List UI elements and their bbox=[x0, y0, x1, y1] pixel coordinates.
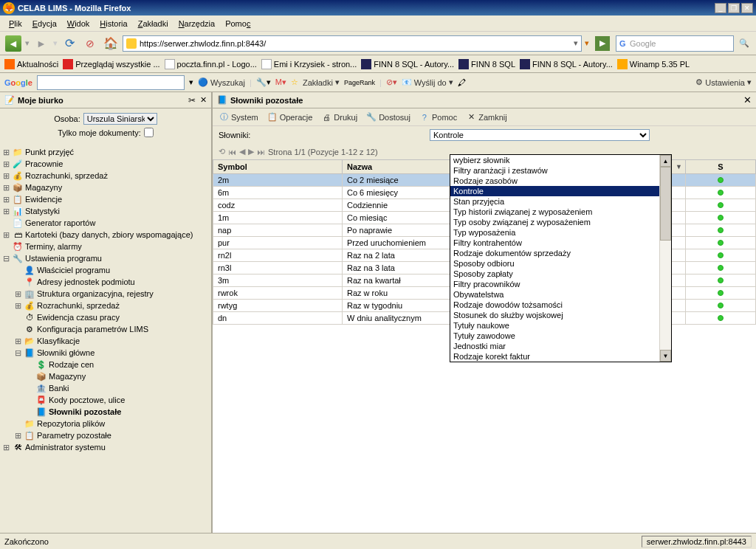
dropdown-item[interactable]: Sposoby odbioru bbox=[450, 258, 659, 269]
bookmark-winamp[interactable]: Winamp 5.35 PL bbox=[617, 59, 690, 69]
bookmark-finn1[interactable]: FINN 8 SQL - Autory... bbox=[361, 59, 454, 69]
stop-button[interactable]: ⊘ bbox=[81, 35, 99, 52]
tree-rozrachunki[interactable]: ⊞💰Rozrachunki, sprzedaż bbox=[1, 170, 210, 182]
sidebar-close-icon[interactable]: ✕ bbox=[200, 95, 207, 105]
url-bar[interactable]: https://serwer.zhwlodz.finn.pl:8443/ ▾ bbox=[123, 35, 582, 52]
dropdown-item[interactable]: Stosunek do służby wojskowej bbox=[450, 310, 659, 320]
bookmark-przegladaj[interactable]: Przeglądaj wszystkie ... bbox=[63, 59, 159, 69]
toolbar-zamknij[interactable]: ✕Zamknij bbox=[466, 112, 507, 122]
expand-icon[interactable]: ⊞ bbox=[1, 443, 10, 452]
bookmark-finn2[interactable]: FINN 8 SQL bbox=[458, 59, 515, 69]
google-pagerank[interactable]: PageRank bbox=[344, 79, 375, 86]
restore-button[interactable]: ❐ bbox=[728, 3, 740, 13]
url-dropdown-icon[interactable]: ▾ bbox=[574, 38, 578, 48]
google-block-icon[interactable]: ⊘▾ bbox=[386, 77, 397, 87]
tree-struktura[interactable]: ⊞🏢Struktura organizacyjna, rejestry bbox=[1, 288, 210, 300]
search-box[interactable]: G Google bbox=[616, 35, 734, 52]
tree-generator[interactable]: 📄Generator raportów bbox=[1, 217, 210, 229]
dropdown-item[interactable]: Filtry pracowników bbox=[450, 279, 659, 289]
tree-konfiguracja[interactable]: ⚙Konfiguracja parametrów LIMS bbox=[1, 323, 210, 335]
th-symbol[interactable]: Symbol bbox=[213, 160, 343, 174]
dropdown-item[interactable]: Rodzaje dowodów tożsamości bbox=[450, 300, 659, 310]
tree-parametry[interactable]: ⊞📋Parametry pozostałe bbox=[1, 429, 210, 441]
menu-bookmarks[interactable]: Zakładki bbox=[134, 18, 173, 30]
expand-icon[interactable]: ⊞ bbox=[13, 336, 22, 346]
google-tool-icon[interactable]: 🔧▾ bbox=[256, 77, 271, 87]
dropdown-scrollbar[interactable]: ▲ ▼ bbox=[659, 155, 671, 362]
bookmark-emi[interactable]: Emi i Krzysiek - stron... bbox=[261, 59, 357, 69]
google-zakladki[interactable]: Zakładki▾ bbox=[303, 77, 340, 87]
tree-magazyny[interactable]: ⊞📦Magazyny bbox=[1, 182, 210, 193]
tree-wlasciciel[interactable]: 👤Właściciel programu bbox=[1, 264, 210, 276]
tree-ewidencje[interactable]: ⊞📋Ewidencje bbox=[1, 193, 210, 205]
google-wyslij[interactable]: 📧Wyślij do▾ bbox=[402, 77, 453, 87]
dropdown-item[interactable]: Stan przyjęcia bbox=[450, 196, 659, 207]
tree-kody[interactable]: 📮Kody pocztowe, ulice bbox=[1, 394, 210, 406]
tree-rodzaje-cen[interactable]: 💲Rodzaje cen bbox=[1, 359, 210, 370]
dropdown-item[interactable]: Typ wyposażenia bbox=[450, 227, 659, 238]
tree-terminy[interactable]: ⏰Terminy, alarmy bbox=[1, 241, 210, 252]
slowniki-select[interactable]: Kontrole bbox=[430, 129, 650, 141]
toolbar-system[interactable]: ⓘSystem bbox=[219, 112, 258, 122]
expand-icon[interactable]: ⊞ bbox=[1, 171, 10, 181]
google-wyszukaj[interactable]: 🔵Wyszukaj bbox=[198, 77, 245, 87]
menu-help[interactable]: Pomoc bbox=[221, 18, 255, 30]
prev-page-icon[interactable]: ◀ bbox=[239, 147, 245, 156]
dropdown-item[interactable]: Filtry aranżacji i zestawów bbox=[450, 165, 659, 176]
expand-icon[interactable]: ⊞ bbox=[13, 301, 22, 311]
dropdown-item[interactable]: Typ historii związanej z wyposażeniem bbox=[450, 207, 659, 217]
dropdown-item[interactable]: Rodzaje zasobów bbox=[450, 176, 659, 186]
dropdown-item[interactable]: Tytuły zawodowe bbox=[450, 331, 659, 341]
tree-slowniki[interactable]: ⊟📘Słowniki główne bbox=[1, 347, 210, 359]
toolbar-dostosuj[interactable]: 🔧Dostosuj bbox=[366, 112, 410, 122]
collapse-icon[interactable]: ⊟ bbox=[1, 254, 10, 263]
expand-icon[interactable]: ⊞ bbox=[1, 195, 10, 204]
dropdown-item[interactable]: Typ osoby związanej z wyposażeniem bbox=[450, 217, 659, 227]
dropdown-item[interactable]: Jednostki miar bbox=[450, 341, 659, 351]
scroll-down-icon[interactable]: ▼ bbox=[660, 350, 671, 362]
google-highlight-icon[interactable]: 🖍 bbox=[458, 78, 466, 87]
scissors-icon[interactable]: ✂ bbox=[188, 95, 196, 106]
menu-edit[interactable]: Edycja bbox=[28, 18, 61, 30]
back-dropdown[interactable]: ▾ bbox=[25, 38, 30, 48]
minimize-button[interactable]: _ bbox=[715, 3, 726, 13]
tree-repozytoria[interactable]: 📁Repozytoria plików bbox=[1, 418, 210, 429]
bookmark-poczta[interactable]: poczta.finn.pl - Logo... bbox=[165, 59, 257, 69]
reload-button[interactable]: ⟳ bbox=[61, 35, 78, 52]
tree-rozrachunki2[interactable]: ⊞💰Rozrachunki, sprzedaż bbox=[1, 300, 210, 311]
dropdown-item[interactable]: Kontrole bbox=[450, 186, 659, 196]
toolbar-drukuj[interactable]: 🖨Drukuj bbox=[321, 112, 357, 122]
menu-history[interactable]: Historia bbox=[95, 18, 131, 30]
tree-ustawienia[interactable]: ⊟🔧Ustawienia programu bbox=[1, 252, 210, 264]
expand-icon[interactable]: ⊞ bbox=[1, 207, 10, 216]
tree-statystyki[interactable]: ⊞📊Statystyki bbox=[1, 205, 210, 217]
tree-banki[interactable]: 🏦Banki bbox=[1, 382, 210, 394]
search-button[interactable]: 🔍 bbox=[737, 36, 752, 51]
collapse-icon[interactable]: ⊟ bbox=[13, 348, 22, 358]
tree-kartoteki[interactable]: ⊞🗃Kartoteki (bazy danych, zbiory wspomag… bbox=[1, 229, 210, 241]
back-button[interactable]: ◄ bbox=[4, 35, 22, 52]
rss-icon[interactable]: ▾ bbox=[585, 38, 589, 48]
chevron-down-icon[interactable]: ▼ bbox=[676, 163, 682, 170]
menu-file[interactable]: Plik bbox=[4, 18, 27, 30]
go-button[interactable]: ▶ bbox=[595, 36, 610, 51]
next-page-icon[interactable]: ▶ bbox=[248, 147, 254, 156]
tree-pracownie[interactable]: ⊞🧪Pracownie bbox=[1, 158, 210, 170]
tree-admin[interactable]: ⊞🛠Administrator systemu bbox=[1, 441, 210, 453]
dropdown-item[interactable]: Filtry kontrahentów bbox=[450, 238, 659, 248]
menu-view[interactable]: Widok bbox=[63, 18, 94, 30]
google-ustawienia[interactable]: ⚙Ustawienia▾ bbox=[695, 77, 752, 87]
toolbar-pomoc[interactable]: ?Pomoc bbox=[419, 112, 457, 122]
dropdown-item[interactable]: Rodzaje dokumentów sprzedaży bbox=[450, 248, 659, 258]
last-page-icon[interactable]: ⏭ bbox=[257, 148, 265, 156]
google-gmail-icon[interactable]: M▾ bbox=[275, 77, 286, 87]
dropdown-item[interactable]: wybierz słownik bbox=[450, 155, 659, 165]
expand-icon[interactable]: ⊞ bbox=[1, 183, 10, 193]
dropdown-item[interactable]: Tytuły naukowe bbox=[450, 320, 659, 331]
slowniki-dropdown[interactable]: wybierz słownikFiltry aranżacji i zestaw… bbox=[450, 154, 672, 362]
tree-klasyfikacje[interactable]: ⊞📂Klasyfikacje bbox=[1, 335, 210, 347]
menu-tools[interactable]: Narzędzia bbox=[174, 18, 220, 30]
expand-icon[interactable]: ⊞ bbox=[1, 148, 10, 157]
tree-magazyny2[interactable]: 📦Magazyny bbox=[1, 370, 210, 382]
first-page-icon[interactable]: ⏮ bbox=[228, 148, 236, 156]
